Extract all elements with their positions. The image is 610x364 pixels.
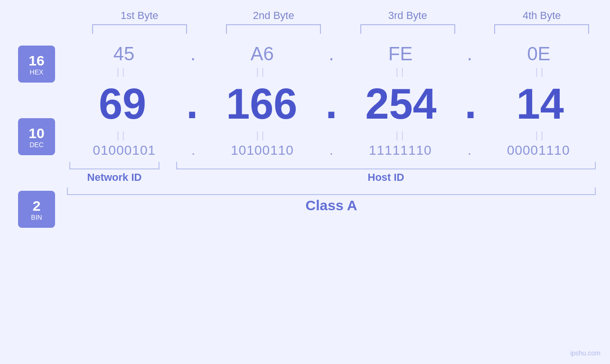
main-container: 1st Byte 2nd Byte 3rd Byte 4th Byte 16 H…	[0, 0, 610, 364]
dot-dec-1: .	[186, 79, 198, 128]
dec-val-1: 69	[75, 83, 170, 125]
bin-val-1: 01000101	[77, 143, 172, 158]
dec-val-4: 14	[493, 83, 588, 125]
bin-badge-label: BIN	[31, 214, 42, 221]
dot-hex-1: .	[190, 43, 196, 65]
byte-bracket-4	[494, 24, 589, 34]
bin-badge-number: 2	[33, 198, 41, 214]
class-bracket	[67, 187, 596, 195]
dot-bin-1: .	[191, 143, 195, 158]
byte-bracket-1	[92, 24, 187, 34]
equals-2-2: ||	[214, 130, 309, 141]
dec-val-3: 254	[354, 83, 449, 125]
network-id-bracket	[69, 162, 160, 169]
equals-1-4: ||	[493, 66, 588, 77]
hex-val-3: FE	[353, 43, 448, 65]
equals-1-2: ||	[214, 66, 309, 77]
equals-2-3: ||	[354, 130, 449, 141]
host-id-label: Host ID	[368, 171, 404, 184]
dot-dec-3: .	[465, 79, 477, 128]
dot-bin-2: .	[329, 143, 333, 158]
dot-hex-2: .	[328, 43, 334, 65]
byte-bracket-3	[360, 24, 455, 34]
equals-2-4: ||	[493, 130, 588, 141]
hex-badge: 16 HEX	[18, 46, 55, 83]
hex-val-1: 45	[76, 43, 171, 65]
dot-dec-2: .	[325, 79, 337, 128]
watermark: ipshu.com	[570, 349, 601, 357]
dec-badge-number: 10	[28, 125, 44, 141]
hex-badge-label: HEX	[30, 68, 44, 76]
class-label: Class A	[306, 197, 357, 214]
network-id-label: Network ID	[87, 171, 142, 184]
hex-val-4: 0E	[491, 43, 586, 65]
bin-val-2: 10100110	[215, 143, 310, 158]
dot-hex-3: .	[467, 43, 472, 65]
equals-1-1: ||	[75, 66, 169, 77]
byte-bracket-2	[226, 24, 321, 34]
byte-header-3: 3rd Byte	[356, 9, 460, 22]
hex-badge-number: 16	[28, 53, 44, 68]
equals-1-3: ||	[354, 66, 449, 77]
byte-header-4: 4th Byte	[489, 9, 594, 22]
bin-val-4: 00001110	[491, 143, 586, 158]
dec-badge-label: DEC	[29, 141, 44, 149]
bin-badge: 2 BIN	[18, 191, 55, 228]
dec-badge: 10 DEC	[18, 118, 55, 155]
dot-bin-3: .	[468, 143, 471, 158]
dec-val-2: 166	[214, 83, 309, 125]
equals-2-1: ||	[75, 130, 169, 141]
byte-header-1: 1st Byte	[87, 9, 192, 22]
host-id-bracket	[176, 162, 596, 169]
bin-val-3: 11111110	[353, 143, 448, 158]
hex-val-2: A6	[215, 43, 310, 65]
byte-header-2: 2nd Byte	[221, 9, 326, 22]
